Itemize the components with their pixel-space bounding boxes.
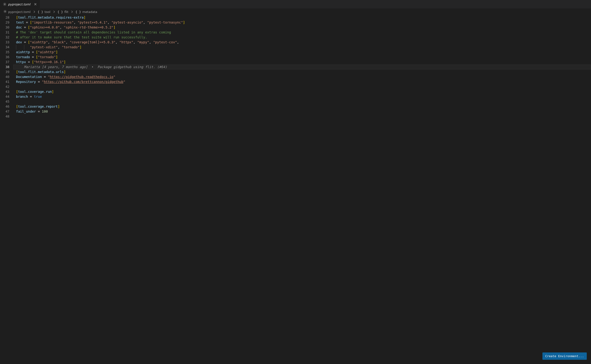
- gutter-line-number: 30: [0, 25, 13, 30]
- chevron-right-icon: [70, 10, 73, 13]
- code-line[interactable]: [tool.flit.metadata.urls]: [13, 70, 591, 74]
- code-line[interactable]: fail_under = 100: [13, 109, 591, 114]
- breadcrumb-segment-flit[interactable]: { } flit: [58, 10, 68, 14]
- gear-icon: [3, 2, 7, 6]
- button-label: Create Environment...: [545, 354, 584, 358]
- breadcrumb-segment-metadata[interactable]: { } metadata: [75, 10, 97, 14]
- gutter-line-number: 41: [0, 79, 13, 84]
- gutter-line-number: 31: [0, 30, 13, 35]
- code-line[interactable]: [tool.coverage.run]: [13, 89, 591, 94]
- code-line[interactable]: [tool.coverage.report]: [13, 104, 591, 109]
- code-editor[interactable]: 28[tool.flit.metadata.requires-extra]29t…: [0, 15, 591, 364]
- code-line[interactable]: Mariatta [4 years, 7 months ago] • Packa…: [13, 65, 591, 70]
- breadcrumbs[interactable]: pyproject.toml { } tool { } flit { } met…: [0, 8, 591, 15]
- code-line[interactable]: branch = true: [13, 94, 591, 99]
- breadcrumb-segment-label: tool: [45, 10, 50, 14]
- gutter-line-number: 46: [0, 104, 13, 109]
- gutter-line-number: 45: [0, 99, 13, 104]
- gutter-line-number: 47: [0, 109, 13, 114]
- tabs-bar: pyproject.toml: [0, 0, 591, 8]
- gutter-line-number: 33: [0, 40, 13, 45]
- code-line[interactable]: test = ["importlib-resources", "pytest>=…: [13, 20, 591, 25]
- tab-close-button[interactable]: [33, 2, 38, 6]
- gutter-line-number: 44: [0, 94, 13, 99]
- code-line[interactable]: # The 'dev' target should contain all de…: [13, 30, 591, 35]
- breadcrumb-file[interactable]: pyproject.toml: [3, 10, 31, 14]
- object-icon: { }: [58, 10, 63, 14]
- breadcrumb-segment-label: metadata: [83, 10, 97, 14]
- chevron-right-icon: [33, 10, 36, 13]
- code-line[interactable]: aiohttp = ["aiohttp"]: [13, 50, 591, 55]
- code-line[interactable]: [13, 114, 591, 119]
- gutter-line-number: 34: [0, 45, 13, 50]
- code-line[interactable]: tornado = ["tornado"]: [13, 55, 591, 60]
- gutter-line-number: 36: [0, 55, 13, 60]
- create-environment-button[interactable]: Create Environment...: [542, 352, 587, 360]
- editor-root: pyproject.toml pyproject.toml { } tool: [0, 0, 591, 364]
- code-line[interactable]: httpx = ["httpx>=0.16.1"]: [13, 60, 591, 65]
- gutter-line-number: 38: [0, 65, 13, 70]
- breadcrumb-segment-label: flit: [64, 10, 68, 14]
- gutter-line-number: 28: [0, 15, 13, 20]
- gutter-line-number: 39: [0, 70, 13, 74]
- gutter-line-number: 40: [0, 74, 13, 79]
- gutter-line-number: 35: [0, 50, 13, 55]
- tab-pyproject[interactable]: pyproject.toml: [0, 0, 40, 8]
- object-icon: { }: [38, 10, 43, 14]
- gear-icon: [3, 10, 7, 14]
- chevron-right-icon: [52, 10, 56, 13]
- gutter-line-number: 48: [0, 114, 13, 119]
- gutter-line-number: 43: [0, 89, 13, 94]
- gutter-line-number: 29: [0, 20, 13, 25]
- code-line[interactable]: dev = ["aiohttp", "black", "coverage[tom…: [13, 40, 591, 45]
- code-line[interactable]: [13, 84, 591, 89]
- gutter-line-number: 42: [0, 84, 13, 89]
- code-line[interactable]: [tool.flit.metadata.requires-extra]: [13, 15, 591, 20]
- code-line[interactable]: Documentation = "https://gidgethub.readt…: [13, 74, 591, 79]
- svg-point-0: [4, 4, 5, 5]
- breadcrumb-file-label: pyproject.toml: [8, 10, 31, 14]
- breadcrumb-segment-tool[interactable]: { } tool: [38, 10, 50, 14]
- tab-title: pyproject.toml: [8, 3, 30, 6]
- gutter-line-number: 37: [0, 60, 13, 65]
- code-line[interactable]: Repository = "https://github.com/brettca…: [13, 79, 591, 84]
- object-icon: { }: [75, 10, 81, 14]
- code-line[interactable]: # after it to make sure that the test su…: [13, 35, 591, 40]
- code-line[interactable]: doc = ["sphinx>=4.0.0", "sphinx-rtd-them…: [13, 25, 591, 30]
- git-blame-annotation[interactable]: Mariatta [4 years, 7 months ago] • Packa…: [16, 65, 167, 69]
- gutter-line-number: 32: [0, 35, 13, 40]
- svg-point-1: [5, 11, 6, 12]
- code-line[interactable]: "pytest-xdist", "tornado"]: [13, 45, 591, 50]
- code-line[interactable]: [13, 99, 591, 104]
